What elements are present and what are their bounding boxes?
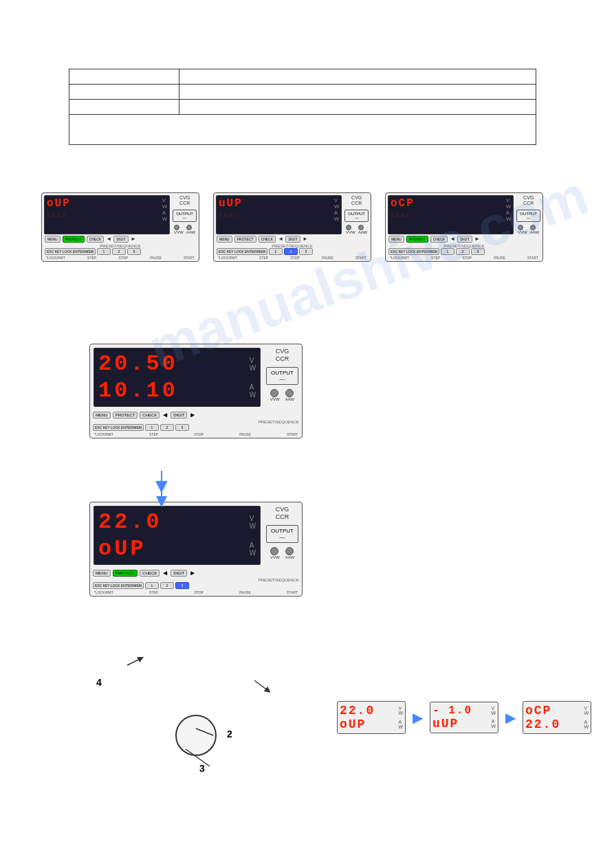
- lp1-left: ◄: [162, 411, 168, 419]
- aaw-indicator: [186, 225, 192, 230]
- lp1-protect[interactable]: PROTECT: [113, 412, 138, 419]
- lp1-esc[interactable]: ESC KEY LOCK ENTER/MEM: [93, 424, 144, 431]
- check-button2[interactable]: CHECK: [259, 236, 276, 243]
- right-arrow: ►: [131, 236, 136, 242]
- lp2-buttons: MENU PROTECT CHECK ◄ DIGIT ►: [90, 568, 302, 578]
- table-cell: [179, 100, 536, 115]
- mini-panel-2: - 1.0 V W uUP A W: [430, 702, 498, 733]
- seq-btn2-3[interactable]: 3: [299, 248, 313, 255]
- lp1-vvw: [270, 389, 278, 397]
- lp1-digit[interactable]: DIGIT: [171, 412, 187, 419]
- lp2-left: ◄: [162, 569, 168, 577]
- lp2-menu[interactable]: MENU: [93, 570, 111, 577]
- lp2-seq2[interactable]: 2: [160, 582, 174, 589]
- lp2-output-button[interactable]: OUTPUT—: [266, 525, 298, 543]
- menu-button3[interactable]: MENU: [388, 236, 404, 243]
- lp1-seq1[interactable]: 1: [145, 424, 159, 431]
- protect-button[interactable]: PROTECT: [63, 236, 85, 243]
- lp2-cvg-ccr: CVGCCR: [276, 506, 289, 521]
- lp1-output-button[interactable]: OUTPUT—: [266, 367, 298, 385]
- seq-btn3-3[interactable]: 3: [471, 248, 485, 255]
- output-button2[interactable]: OUTPUT—: [344, 210, 369, 222]
- panel-oup: oUP VW #### AW CVGCCR OUTPUT— VVW: [41, 192, 199, 262]
- protect-button2[interactable]: PROTECT: [234, 236, 256, 243]
- large-panel2-section: 22.0 V W oUP A W CVGCCR OUTPUT—: [89, 502, 303, 597]
- digit-button3[interactable]: DIGIT: [457, 236, 472, 243]
- lp1-right: ►: [189, 411, 196, 419]
- left-arrow2: ◄: [278, 236, 283, 242]
- check-button3[interactable]: CHECK: [430, 236, 448, 243]
- cvg-ccr-label3: CVGCCR: [523, 195, 534, 207]
- digit-button[interactable]: DIGIT: [113, 236, 129, 243]
- seq-btn-3[interactable]: 3: [127, 248, 141, 255]
- lp1-seq: PRESET/SEQUENCE ESC KEY LOCK ENTER/MEM 1…: [93, 420, 299, 436]
- label-2: 2: [227, 728, 232, 739]
- right-arrow3: ►: [474, 236, 480, 242]
- large-panel-2: 22.0 V W oUP A W CVGCCR OUTPUT—: [89, 502, 303, 597]
- lp2-vvw: [270, 547, 278, 555]
- table-row: [69, 100, 536, 115]
- lp1-seq2[interactable]: 2: [160, 424, 174, 431]
- svg-line-3: [127, 658, 141, 665]
- lp2-esc[interactable]: ESC KEY LOCK ENTER/MEM: [93, 582, 144, 589]
- uup-current-dim: ####: [219, 212, 239, 219]
- seq-btn3-2[interactable]: 2: [456, 248, 470, 255]
- lp2-seq1[interactable]: 1: [145, 582, 159, 589]
- vvw-indicator: [174, 225, 179, 230]
- panel-buttons: MENU PROTECT CHECK ◄ DIGIT ►: [42, 234, 199, 244]
- label-4: 4: [96, 677, 102, 688]
- ocp-voltage-display: oCP: [391, 197, 415, 210]
- panel-buttons2: MENU PROTECT CHECK ◄ DIGIT ►: [214, 234, 371, 244]
- table-row: [69, 115, 536, 145]
- vvw-indicator2: [346, 225, 351, 230]
- menu-button[interactable]: MENU: [45, 236, 61, 243]
- esc-lock-button3[interactable]: ESC KEY LOCK ENTER/MEM: [388, 248, 439, 255]
- lp2-digit[interactable]: DIGIT: [171, 570, 187, 577]
- lp2-protect[interactable]: PROTECT: [113, 570, 138, 577]
- vvw-indicator3: [518, 225, 523, 230]
- table-row: [69, 85, 536, 100]
- mini1-top: 22.0: [340, 704, 375, 717]
- protect-button3[interactable]: PROTECT: [406, 236, 428, 243]
- seq-btn3-1[interactable]: 1: [441, 248, 454, 255]
- info-table-section: [69, 69, 536, 145]
- oup-current-dim: ####: [47, 212, 67, 219]
- lp1-seq3[interactable]: 3: [175, 424, 189, 431]
- right-arrow2: ►: [303, 236, 308, 242]
- small-panels-row: oUP VW #### AW CVGCCR OUTPUT— VVW: [41, 192, 543, 262]
- lp1-voltage: 20.50: [98, 351, 178, 377]
- lp2-seq3[interactable]: 3: [175, 582, 189, 589]
- left-arrow: ◄: [106, 236, 111, 242]
- mini3-top: oCP: [525, 704, 551, 717]
- aaw-indicator2: [358, 225, 364, 230]
- panel-ocp: oCP VW #### AW CVGCCR OUTPUT— VVW: [385, 192, 543, 262]
- seq-btn2-1[interactable]: 1: [269, 248, 283, 255]
- lp1-buttons: MENU PROTECT CHECK ◄ DIGIT ►: [90, 410, 302, 420]
- mini2-bot: uUP: [432, 717, 459, 731]
- table-row: [69, 69, 536, 85]
- lp2-right: ►: [189, 569, 196, 577]
- seq-btn-1[interactable]: 1: [97, 248, 111, 255]
- digit-button2[interactable]: DIGIT: [285, 236, 300, 243]
- arrow-down: ▼: [151, 474, 172, 498]
- seq-btn-2[interactable]: 2: [112, 248, 126, 255]
- esc-lock-button2[interactable]: ESC KEY LOCK ENTER/MEM: [217, 248, 267, 255]
- lp1-aaw: [285, 389, 294, 397]
- lp1-menu[interactable]: MENU: [93, 412, 111, 419]
- arrow-right-1: ▶: [413, 709, 423, 726]
- table-cell: [69, 100, 179, 115]
- lp2-check[interactable]: CHECK: [140, 570, 160, 577]
- lp2-aaw: [285, 547, 294, 555]
- menu-button2[interactable]: MENU: [217, 236, 232, 243]
- lp2-current: oUP: [98, 536, 146, 561]
- output-button[interactable]: OUTPUT—: [173, 210, 197, 222]
- output-button3[interactable]: OUTPUT—: [516, 210, 540, 222]
- seq-section: PRESET/SEQUENCE ESC KEY LOCK ENTER/MEM 1…: [45, 244, 196, 260]
- cvg-ccr-label: CVGCCR: [179, 195, 190, 207]
- check-button[interactable]: CHECK: [87, 236, 105, 243]
- panel-uup: uUP VW #### AW CVGCCR OUTPUT— VVW: [213, 192, 371, 262]
- mini1-bot: oUP: [340, 717, 366, 731]
- esc-lock-button[interactable]: ESC KEY LOCK ENTER/MEM: [45, 248, 96, 255]
- lp1-check[interactable]: CHECK: [140, 412, 160, 419]
- seq-btn2-2[interactable]: 2: [284, 248, 298, 255]
